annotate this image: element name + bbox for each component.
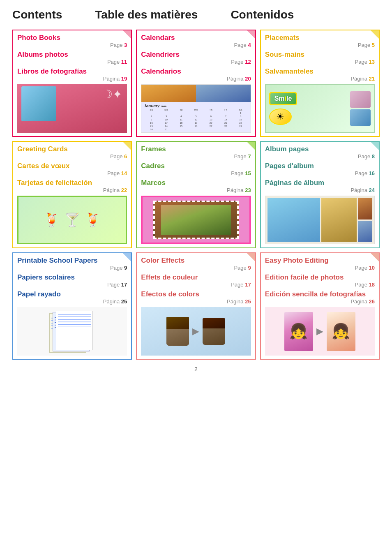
entry-album-en: Album pages Page 8 bbox=[265, 145, 375, 159]
card-accent-school bbox=[123, 253, 131, 261]
entry-frames-fr: Cadres Page 15 bbox=[141, 162, 251, 176]
cocktail-icon-1: 🍹 bbox=[44, 212, 60, 228]
title-efectos-colors: Efectos de colors bbox=[141, 290, 251, 298]
smile-photo-2 bbox=[350, 109, 371, 126]
section-3-grid: Printable School Papers Page 9 Papiers s… bbox=[12, 252, 380, 360]
page-ref-easy-photo: Page 10 bbox=[265, 265, 375, 271]
card-calendars: Calendars Page 4 Calendriers Page 12 Cal… bbox=[136, 30, 256, 137]
page-ref-album: Page 8 bbox=[265, 153, 375, 159]
cal-d3: 3 bbox=[159, 115, 174, 118]
cal-d0d bbox=[189, 111, 203, 115]
line-f5 bbox=[58, 321, 91, 321]
entry-album-es: Páginas de álbum Página 24 bbox=[265, 179, 375, 193]
title-tarjetas: Tarjetas de felicitación bbox=[17, 179, 127, 187]
cal-photo-left bbox=[141, 85, 196, 102]
card-accent-cal bbox=[247, 30, 255, 39]
thumb-color-effects: ▶ bbox=[141, 307, 251, 356]
cal-d19: 19 bbox=[189, 121, 203, 125]
title-marcos: Marcos bbox=[141, 179, 251, 187]
page-number: 2 bbox=[194, 366, 198, 372]
pot-top-left bbox=[166, 317, 189, 329]
thumb-photo-books: ☽✦ bbox=[17, 84, 127, 133]
page-ref-sous-mains: Page 13 bbox=[265, 59, 375, 65]
entry-placemats-es: Salvamanteles Página 21 bbox=[265, 67, 375, 82]
title-edition-facile: Edition facile de photos bbox=[265, 273, 375, 282]
entry-color-en: Color Effects Page 9 bbox=[141, 256, 251, 271]
card-placemats: Placemats Page 5 Sous-mains Page 13 Salv… bbox=[260, 30, 380, 137]
page-footer: 2 bbox=[12, 366, 380, 372]
entry-color-fr: Effets de couleur Page 17 bbox=[141, 273, 251, 288]
cal-d7: 7 bbox=[218, 115, 233, 118]
page-ref-color: Page 9 bbox=[141, 265, 251, 271]
cal-d4: 4 bbox=[174, 115, 189, 118]
title-contents: Contents bbox=[12, 8, 62, 21]
cal-d28: 28 bbox=[218, 125, 233, 128]
pot-top-right bbox=[203, 318, 225, 328]
card-accent-color bbox=[247, 253, 255, 261]
page-ref-papiers: Page 17 bbox=[17, 282, 127, 288]
cal-d0b bbox=[159, 111, 174, 115]
cal-d29: 29 bbox=[233, 125, 248, 128]
album-photo-right bbox=[358, 198, 372, 242]
title-paginas-album: Páginas de álbum bbox=[265, 179, 375, 187]
line-f6 bbox=[58, 323, 91, 323]
cal-hdr-thu: Th bbox=[203, 108, 218, 111]
cal-d25: 25 bbox=[174, 125, 189, 128]
cal-d15: 15 bbox=[233, 118, 248, 121]
page-ref-cartes: Page 14 bbox=[17, 170, 127, 176]
album-photo-right-top bbox=[358, 198, 372, 220]
page-ref-edicion: Página 26 bbox=[265, 298, 375, 305]
page-ref-marcos: Página 23 bbox=[141, 187, 251, 193]
edit-photo-right: 👧 bbox=[327, 312, 355, 351]
thumb-frames bbox=[141, 196, 251, 244]
title-greeting-cards: Greeting Cards bbox=[17, 145, 127, 153]
card-album-pages: Album pages Page 8 Pages d'album Page 16… bbox=[260, 141, 380, 248]
pot-right bbox=[203, 318, 225, 345]
card-greeting-cards: Greeting Cards Page 6 Cartes de vœux Pag… bbox=[12, 141, 132, 248]
title-cadres: Cadres bbox=[141, 162, 251, 170]
entry-frames-es: Marcos Página 23 bbox=[141, 179, 251, 193]
entry-photo-books-en: Photo Books Page 3 bbox=[17, 34, 127, 48]
cal-d30: 30 bbox=[144, 128, 159, 131]
smile-left: Smile ☀ bbox=[269, 92, 297, 125]
cal-d0e bbox=[203, 111, 218, 115]
page-ref-calendriers: Page 12 bbox=[141, 59, 251, 65]
title-printable-school: Printable School Papers bbox=[17, 256, 127, 265]
entry-calendars-en: Calendars Page 4 bbox=[141, 34, 251, 48]
page-ref-effets: Page 17 bbox=[141, 282, 251, 288]
album-photo-beach bbox=[267, 198, 321, 242]
entry-greeting-fr: Cartes de vœux Page 14 bbox=[17, 162, 127, 176]
cal-d0 bbox=[144, 111, 159, 115]
entry-greeting-en: Greeting Cards Page 6 bbox=[17, 145, 127, 159]
thumb-calendars: January 2000 Su Mo Tu We Th Fr Sa 1 bbox=[141, 84, 251, 133]
page-ref-placemats: Page 5 bbox=[265, 42, 375, 48]
page-ref-frames: Page 7 bbox=[141, 153, 251, 159]
cal-month-label: January 2000 bbox=[144, 103, 248, 108]
cal-d10: 10 bbox=[159, 118, 174, 121]
entry-color-es: Efectos de colors Página 25 bbox=[141, 290, 251, 305]
cal-d5: 5 bbox=[189, 115, 203, 118]
thumb-album-pages bbox=[265, 196, 375, 244]
cal-d0f bbox=[218, 111, 233, 115]
card-color-effects: Color Effects Page 9 Effets de couleur P… bbox=[136, 252, 256, 360]
title-calendars: Calendars bbox=[141, 34, 251, 42]
title-album-pages: Album pages bbox=[265, 145, 375, 153]
title-papel-rayado: Papel rayado bbox=[17, 290, 127, 298]
card-accent-placemat bbox=[371, 30, 379, 39]
title-frames: Frames bbox=[141, 145, 251, 153]
cal-d0c bbox=[174, 111, 189, 115]
cal-d2: 2 bbox=[144, 115, 159, 118]
title-photo-books: Photo Books bbox=[17, 34, 127, 42]
entry-calendars-fr: Calendriers Page 12 bbox=[141, 51, 251, 65]
entry-placemats-fr: Sous-mains Page 13 bbox=[265, 51, 375, 65]
paper-front bbox=[56, 311, 93, 350]
card-accent-photo bbox=[371, 253, 379, 261]
pot-bottom-right bbox=[203, 328, 225, 345]
title-placemats: Placemats bbox=[265, 34, 375, 42]
cal-hdr-sun: Su bbox=[144, 108, 159, 111]
cal-d18: 18 bbox=[174, 121, 189, 125]
cocktail-icon-2: 🍸 bbox=[64, 212, 81, 228]
smile-photo-1 bbox=[350, 91, 371, 108]
cal-d11: 11 bbox=[174, 118, 189, 121]
page-header: Contents Table des matières Contenidos bbox=[12, 8, 380, 21]
